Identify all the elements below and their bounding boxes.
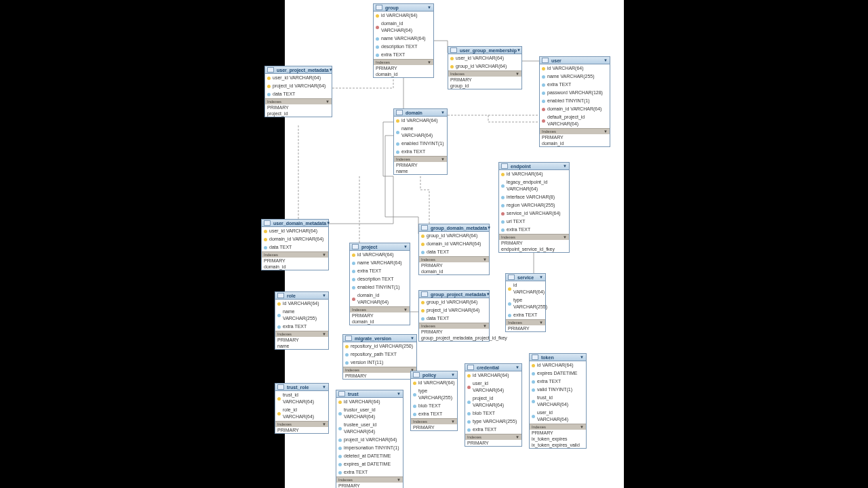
- table-domain[interactable]: domain▼id VARCHAR(64)name VARCHAR(64)ena…: [393, 108, 448, 175]
- field-row[interactable]: service_id VARCHAR(64): [499, 209, 569, 218]
- field-row[interactable]: project_id VARCHAR(64): [265, 82, 332, 90]
- field-row[interactable]: project_id VARCHAR(64): [336, 436, 403, 444]
- table-header[interactable]: user_group_membership▼: [448, 47, 521, 54]
- field-row[interactable]: impersonation TINYINT(1): [336, 444, 403, 452]
- field-row[interactable]: extra TEXT: [275, 323, 328, 331]
- table-user_group_membership[interactable]: user_group_membership▼user_id VARCHAR(64…: [448, 46, 522, 89]
- index-row[interactable]: ix_token_expires: [530, 436, 586, 442]
- field-row[interactable]: name VARCHAR(255): [275, 308, 328, 323]
- table-header[interactable]: project▼: [350, 243, 410, 251]
- field-row[interactable]: group_id VARCHAR(64): [419, 298, 489, 306]
- field-row[interactable]: name VARCHAR(64): [350, 259, 410, 267]
- index-row[interactable]: PRIMARY: [419, 262, 489, 268]
- collapse-icon[interactable]: ▼: [539, 321, 543, 325]
- index-row[interactable]: PRIMARY: [336, 483, 403, 488]
- field-row[interactable]: role_id VARCHAR(64): [275, 406, 328, 421]
- table-token[interactable]: token▼id VARCHAR(64)expires DATETIMEextr…: [529, 353, 587, 449]
- field-row[interactable]: project_id VARCHAR(64): [419, 306, 489, 314]
- table-header[interactable]: role▼: [275, 292, 328, 300]
- index-row[interactable]: PRIMARY: [506, 325, 545, 331]
- index-row[interactable]: project_id: [265, 110, 332, 117]
- field-row[interactable]: description TEXT: [350, 275, 410, 283]
- field-row[interactable]: enabled TINYINT(1): [350, 283, 410, 291]
- indexes-header[interactable]: Indexes▼: [343, 367, 416, 373]
- collapse-icon[interactable]: ▼: [410, 336, 414, 340]
- collapse-icon[interactable]: ▼: [580, 425, 584, 429]
- field-row[interactable]: user_id VARCHAR(64): [265, 74, 332, 82]
- indexes-header[interactable]: Indexes▼: [506, 319, 545, 325]
- table-header[interactable]: user▼: [540, 57, 610, 64]
- field-row[interactable]: type VARCHAR(255): [411, 387, 457, 402]
- index-row[interactable]: PRIMARY: [411, 424, 457, 430]
- index-row[interactable]: domain_id: [350, 319, 410, 325]
- index-row[interactable]: domain_id: [419, 268, 489, 274]
- field-row[interactable]: extra TEXT: [350, 267, 410, 275]
- field-row[interactable]: blob TEXT: [465, 409, 521, 418]
- field-row[interactable]: valid TINYINT(1): [530, 386, 586, 394]
- index-row[interactable]: name: [394, 168, 447, 174]
- index-row[interactable]: PRIMARY: [499, 240, 569, 246]
- table-service[interactable]: service▼id VARCHAR(64)type VARCHAR(255)e…: [505, 273, 546, 332]
- field-row[interactable]: id VARCHAR(64): [350, 251, 410, 259]
- table-policy[interactable]: policy▼id VARCHAR(64)type VARCHAR(255)bl…: [410, 371, 458, 431]
- field-row[interactable]: password VARCHAR(128): [540, 89, 610, 97]
- collapse-icon[interactable]: ▼: [427, 5, 431, 9]
- indexes-header[interactable]: Indexes▼: [530, 424, 586, 430]
- index-row[interactable]: PRIMARY: [275, 427, 328, 433]
- field-row[interactable]: id VARCHAR(64): [411, 379, 457, 387]
- table-header[interactable]: group▼: [374, 4, 433, 12]
- table-header[interactable]: group_domain_metadata▼: [419, 224, 489, 232]
- index-row[interactable]: PRIMARY: [374, 65, 433, 71]
- field-row[interactable]: name VARCHAR(255): [540, 73, 610, 81]
- table-credential[interactable]: credential▼id VARCHAR(64)user_id VARCHAR…: [465, 363, 522, 447]
- index-row[interactable]: PRIMARY: [262, 258, 328, 264]
- field-row[interactable]: data TEXT: [419, 314, 489, 323]
- collapse-icon[interactable]: ▼: [515, 365, 519, 369]
- field-row[interactable]: id VARCHAR(64): [275, 300, 328, 308]
- index-row[interactable]: PRIMARY: [540, 134, 610, 140]
- field-row[interactable]: expires_at DATETIME: [336, 460, 403, 468]
- collapse-icon[interactable]: ▼: [483, 324, 487, 328]
- table-header[interactable]: migrate_version▼: [343, 335, 416, 342]
- field-row[interactable]: user_id VARCHAR(64): [262, 227, 328, 235]
- field-row[interactable]: enabled TINYINT(1): [540, 97, 610, 105]
- collapse-icon[interactable]: ▼: [427, 60, 431, 64]
- field-row[interactable]: extra TEXT: [374, 51, 433, 59]
- field-row[interactable]: repository_path TEXT: [343, 350, 416, 359]
- field-row[interactable]: legacy_endpoint_id VARCHAR(64): [499, 178, 569, 193]
- table-user_project_metadata[interactable]: user_project_metadata▼user_id VARCHAR(64…: [264, 66, 332, 117]
- table-header[interactable]: endpoint▼: [499, 163, 569, 170]
- field-row[interactable]: extra TEXT: [530, 378, 586, 386]
- table-header[interactable]: service▼: [506, 274, 545, 281]
- index-row[interactable]: ix_token_expires_valid: [530, 442, 586, 448]
- index-row[interactable]: PRIMARY: [530, 430, 586, 436]
- field-row[interactable]: enabled TINYINT(1): [394, 140, 447, 148]
- table-header[interactable]: credential▼: [465, 364, 521, 371]
- indexes-header[interactable]: Indexes▼: [499, 234, 569, 240]
- field-row[interactable]: id VARCHAR(64): [499, 170, 569, 178]
- field-row[interactable]: default_project_id VARCHAR(64): [540, 113, 610, 128]
- field-row[interactable]: url TEXT: [499, 218, 569, 226]
- collapse-icon[interactable]: ▼: [441, 110, 445, 115]
- field-row[interactable]: group_id VARCHAR(64): [419, 232, 489, 240]
- collapse-icon[interactable]: ▼: [322, 385, 326, 389]
- index-row[interactable]: group_project_metadata_project_id_fkey: [419, 335, 489, 341]
- field-row[interactable]: region VARCHAR(255): [499, 201, 569, 209]
- table-trust[interactable]: trust▼id VARCHAR(64)trustor_user_id VARC…: [336, 390, 403, 488]
- collapse-icon[interactable]: ▼: [515, 435, 519, 439]
- field-row[interactable]: version INT(11): [343, 359, 416, 367]
- collapse-icon[interactable]: ▼: [483, 258, 487, 262]
- field-row[interactable]: user_id VARCHAR(64): [448, 54, 521, 62]
- field-row[interactable]: type VARCHAR(255): [465, 418, 521, 426]
- indexes-header[interactable]: Indexes▼: [419, 323, 489, 329]
- indexes-header[interactable]: Indexes▼: [465, 434, 521, 440]
- field-row[interactable]: extra TEXT: [540, 81, 610, 89]
- collapse-icon[interactable]: ▼: [563, 164, 567, 168]
- field-row[interactable]: domain_id VARCHAR(64): [419, 240, 489, 248]
- field-row[interactable]: domain_id VARCHAR(64): [374, 20, 433, 35]
- indexes-header[interactable]: Indexes▼: [540, 128, 610, 134]
- index-row[interactable]: group_id: [448, 83, 521, 89]
- indexes-header[interactable]: Indexes▼: [336, 476, 403, 483]
- table-endpoint[interactable]: endpoint▼id VARCHAR(64)legacy_endpoint_i…: [498, 162, 570, 253]
- collapse-icon[interactable]: ▼: [517, 48, 521, 52]
